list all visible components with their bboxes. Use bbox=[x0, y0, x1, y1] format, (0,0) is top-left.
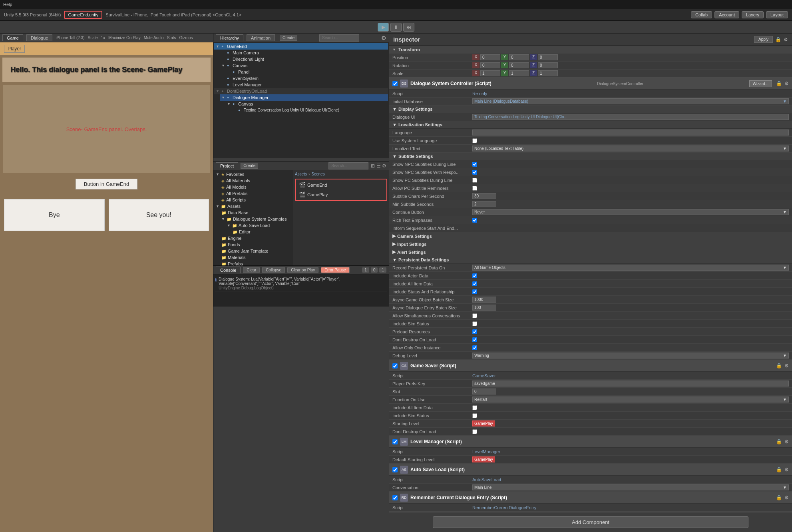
subtitle-settings-toggle[interactable]: ▼ Subtitle Settings bbox=[389, 153, 792, 160]
settings-lm[interactable]: ⚙ bbox=[784, 439, 789, 444]
transform-header[interactable]: ▼ Transform bbox=[389, 46, 792, 54]
console-clear-btn[interactable]: Clear bbox=[243, 267, 260, 273]
breadcrumb-assets[interactable]: Assets bbox=[295, 172, 307, 176]
level-manager-checkbox[interactable] bbox=[392, 439, 398, 444]
project-prefabs[interactable]: 📁 Prefabs bbox=[220, 261, 292, 265]
project-dsexamples[interactable]: ▼ 📁 Dialogue System Examples bbox=[220, 216, 292, 222]
language-value[interactable] bbox=[472, 130, 789, 135]
position-y[interactable] bbox=[509, 54, 529, 60]
wizard-button[interactable]: Wizard... bbox=[749, 80, 772, 87]
lock-gs[interactable]: 🔒 bbox=[776, 363, 782, 369]
settings-as[interactable]: ⚙ bbox=[784, 467, 789, 472]
dialogue-system-checkbox[interactable] bbox=[392, 81, 398, 86]
rotation-y[interactable] bbox=[509, 62, 529, 68]
debug-level-value[interactable]: Warning ▼ bbox=[472, 353, 789, 359]
scene-gameend[interactable]: 🎬 GameEnd bbox=[297, 181, 385, 189]
starting-level-value[interactable]: GamePlay bbox=[472, 420, 495, 426]
remember-dialogue-header[interactable]: RD Remember Current Dialogue Entry (Scri… bbox=[389, 492, 792, 504]
inspector-settings-icon[interactable]: ⚙ bbox=[784, 37, 788, 42]
console-clearonplay-btn[interactable]: Clear on Play bbox=[287, 267, 318, 273]
stats-btn[interactable]: Stats bbox=[167, 36, 176, 40]
tab-game[interactable]: Game bbox=[2, 34, 23, 41]
position-x[interactable] bbox=[480, 54, 500, 60]
player-prefs-key-value[interactable] bbox=[472, 381, 789, 387]
async-go-batch-value[interactable] bbox=[472, 297, 496, 303]
hierarchy-item-directionallight[interactable]: ● Directional Light bbox=[220, 56, 388, 62]
tab-animation[interactable]: Animation bbox=[247, 34, 275, 41]
tab-project[interactable]: Project bbox=[216, 162, 238, 169]
localization-settings-toggle[interactable]: ▼ Localization Settings bbox=[389, 121, 792, 129]
lock-icon[interactable]: 🔒 bbox=[775, 37, 781, 42]
project-autosaveload[interactable]: ▼ 📁 Auto Save Load bbox=[225, 222, 292, 229]
console-errorpause-btn[interactable]: Error Pause bbox=[321, 267, 349, 273]
dont-destroy-checkbox-ds[interactable] bbox=[472, 337, 477, 342]
include-all-item-checkbox[interactable] bbox=[472, 281, 477, 286]
settings-rd[interactable]: ⚙ bbox=[784, 495, 789, 500]
game-saver-header[interactable]: GS Game Saver (Script) 🔒 ⚙ bbox=[389, 360, 792, 372]
show-npc-resp-checkbox[interactable] bbox=[472, 170, 477, 175]
project-gamejamtemplate[interactable]: 📁 Game Jam Template bbox=[220, 248, 292, 254]
collab-button[interactable]: Collab bbox=[691, 11, 712, 18]
localized-text-value[interactable]: None (Localized Text Table) ▼ bbox=[472, 145, 789, 151]
game-saver-checkbox[interactable] bbox=[392, 363, 398, 369]
project-all-materials[interactable]: ◈ All Materials bbox=[220, 177, 292, 184]
hierarchy-item-gameend[interactable]: ▼ ● GameEnd bbox=[214, 43, 388, 50]
dialogue-ui-value[interactable]: Texting Conversation Log Unity UI Dialog… bbox=[472, 114, 789, 120]
auto-save-checkbox[interactable] bbox=[392, 467, 398, 472]
position-z[interactable] bbox=[538, 54, 558, 60]
choice-see-you[interactable]: See you! bbox=[109, 199, 209, 231]
include-status-checkbox[interactable] bbox=[472, 289, 477, 294]
continue-btn-value[interactable]: Never ▼ bbox=[472, 209, 789, 215]
project-all-prefabs[interactable]: ◈ All Prefabs bbox=[220, 190, 292, 197]
tab-console[interactable]: Console bbox=[216, 267, 241, 273]
rotation-z[interactable] bbox=[538, 62, 558, 68]
project-fonds[interactable]: 📁 Fonds bbox=[220, 241, 292, 248]
subtitle-chars-value[interactable] bbox=[472, 193, 496, 199]
allow-pc-reminders-checkbox[interactable] bbox=[472, 186, 477, 191]
settings-ds[interactable]: ⚙ bbox=[784, 81, 789, 86]
include-sim-status-checkbox[interactable] bbox=[472, 321, 477, 326]
scale-y[interactable] bbox=[509, 70, 529, 76]
lock-lm[interactable]: 🔒 bbox=[776, 439, 782, 444]
use-system-lang-checkbox[interactable] bbox=[472, 138, 477, 143]
lock-ds[interactable]: 🔒 bbox=[776, 81, 782, 86]
include-actor-checkbox[interactable] bbox=[472, 273, 477, 278]
favorites-header[interactable]: ▼ ★ Favorites bbox=[214, 171, 292, 177]
min-subtitle-value[interactable] bbox=[472, 201, 496, 207]
record-persistent-value[interactable]: All Game Objects ▼ bbox=[472, 265, 789, 271]
project-name[interactable]: GameEnd.unity bbox=[64, 11, 102, 19]
tab-dialogue[interactable]: Dialogue bbox=[26, 34, 52, 41]
default-starting-level-value[interactable]: GamePlay bbox=[472, 456, 495, 462]
hierarchy-search[interactable] bbox=[319, 34, 359, 42]
project-search[interactable] bbox=[328, 162, 368, 169]
wizard-btn-ds[interactable]: DialogueSystemController bbox=[594, 81, 647, 87]
auto-save-header[interactable]: AS Auto Save Load (Script) 🔒 ⚙ bbox=[389, 464, 792, 476]
project-materials[interactable]: 📁 Materials bbox=[220, 254, 292, 261]
menu-item-help[interactable]: Help bbox=[3, 2, 12, 7]
hierarchy-item-panel[interactable]: ● Panel bbox=[225, 69, 388, 75]
hierarchy-item-eventsystem[interactable]: ● EventSystem bbox=[220, 75, 388, 82]
hierarchy-item-texting[interactable]: ● Texting Conversation Log Unity UI Dial… bbox=[231, 107, 388, 113]
hierarchy-item-levelmanager[interactable]: ● Level Manager bbox=[220, 82, 388, 88]
inspector-apply-btn[interactable]: Apply bbox=[754, 36, 773, 43]
assets-header[interactable]: ▼ 📁 Assets bbox=[214, 203, 292, 209]
show-npc-subtitles-checkbox[interactable] bbox=[472, 162, 477, 167]
settings-gs[interactable]: ⚙ bbox=[784, 363, 789, 369]
project-all-scripts[interactable]: ◈ All Scripts bbox=[220, 197, 292, 203]
level-manager-header[interactable]: LM Level Manager (Script) 🔒 ⚙ bbox=[389, 436, 792, 448]
hierarchy-item-dialoguemanager[interactable]: ▼ ● Dialogue Manager bbox=[220, 94, 388, 101]
choice-bye[interactable]: Bye bbox=[4, 199, 105, 231]
game-end-button[interactable]: Button in GameEnd bbox=[76, 179, 137, 189]
dialogue-system-header[interactable]: DS Dialogue System Controller (Script) D… bbox=[389, 78, 792, 90]
allow-only-one-checkbox[interactable] bbox=[472, 345, 477, 350]
layers-button[interactable]: Layers bbox=[742, 11, 764, 18]
function-on-use-value[interactable]: Restart ▼ bbox=[472, 397, 789, 402]
slot-value[interactable] bbox=[472, 389, 496, 395]
account-button[interactable]: Account bbox=[714, 11, 739, 18]
remember-dialogue-checkbox[interactable] bbox=[392, 495, 398, 500]
include-sim-status-gs-checkbox[interactable] bbox=[472, 413, 477, 418]
scale-z[interactable] bbox=[538, 70, 558, 76]
conversation-value[interactable]: Main Line ▼ bbox=[472, 484, 789, 490]
rotation-x[interactable] bbox=[480, 62, 500, 68]
hierarchy-create-btn[interactable]: Create bbox=[280, 35, 297, 41]
